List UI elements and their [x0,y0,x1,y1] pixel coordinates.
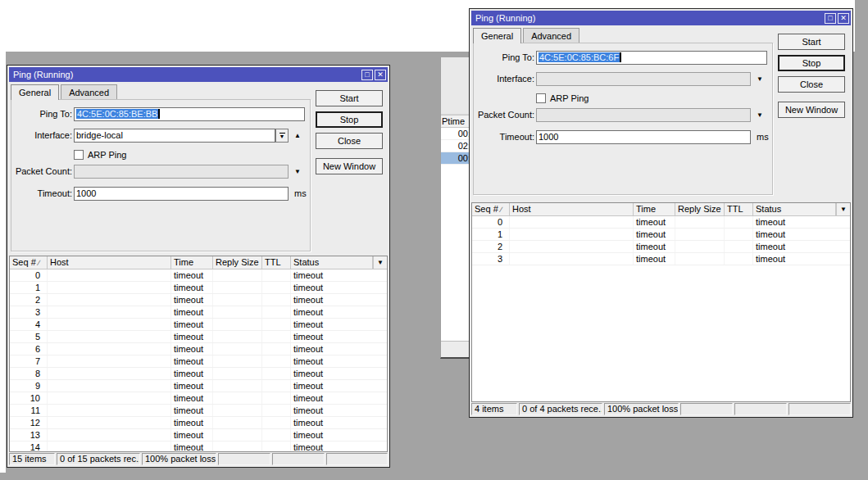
tab-advanced[interactable]: Advanced [523,28,579,43]
column-header-time[interactable]: Time [171,256,213,269]
titlebar[interactable]: Ping (Running) □ ✕ [9,67,388,82]
column-header-status[interactable]: Status [291,256,373,269]
start-button[interactable]: Start [778,34,845,50]
table-row[interactable]: 02: [441,140,471,152]
interface-dropdown-icon[interactable]: ▼ [757,72,763,86]
new-window-button[interactable]: New Window [778,102,845,118]
table-cell: timeout [634,216,675,228]
close-icon[interactable]: ✕ [838,13,849,24]
arp-ping-checkbox[interactable] [74,150,84,160]
table-cell [48,269,171,281]
close-button[interactable]: Close [778,76,845,93]
table-cell [262,319,291,330]
column-header-time[interactable]: Time [634,203,675,215]
table-row[interactable]: 12timeouttimeout [10,417,387,429]
table-cell: timeout [171,306,213,318]
background-window-sliver[interactable]: Ptime 00:02:00: [440,57,471,359]
timeout-label: Timeout: [11,187,72,201]
table-row[interactable]: 6timeouttimeout [10,343,387,355]
table-row[interactable]: 11timeouttimeout [10,405,387,417]
tab-general[interactable]: General [11,84,59,100]
table-row[interactable]: 8timeouttimeout [10,368,387,380]
column-header-reply-size[interactable]: Reply Size [675,203,725,215]
table-row[interactable]: 1timeouttimeout [472,229,850,241]
table-cell [48,343,171,355]
table-cell [48,306,171,318]
table-row[interactable]: 5timeouttimeout [10,331,387,343]
collapse-up-icon[interactable]: ▲ [294,129,301,143]
text-caret [620,52,621,62]
table-row[interactable]: 7timeouttimeout [10,355,387,368]
sort-asc-icon: ∕ [39,259,40,267]
table-row[interactable]: 00: [441,128,471,140]
start-button[interactable]: Start [316,90,383,106]
packet-count-dropdown-icon[interactable]: ▼ [757,108,763,122]
table-cell: timeout [171,355,213,367]
titlebar[interactable]: Ping (Running) □ ✕ [471,11,851,25]
maximize-icon[interactable]: □ [361,70,373,80]
packet-count-input[interactable] [536,108,751,122]
interface-dropdown-button[interactable]: ▼ [275,129,289,143]
column-header-seq[interactable]: Seq #∕ [472,203,510,215]
table-cell [48,380,171,392]
column-header-host[interactable]: Host [510,203,634,215]
timeout-input[interactable]: 1000 [74,187,289,201]
interface-input[interactable] [536,72,751,86]
column-header-status[interactable]: Status [753,203,836,215]
background-window-ptime-header[interactable]: Ptime [441,115,471,128]
table-cell: timeout [291,405,387,416]
table-cell [725,241,753,252]
table-cell [213,294,262,306]
close-button[interactable]: Close [316,133,383,149]
tab-advanced[interactable]: Advanced [61,84,117,99]
table-row[interactable]: 2timeouttimeout [472,241,850,253]
table-row[interactable]: 14timeouttimeout [10,442,387,451]
table-cell [48,417,171,428]
timeout-unit-label: ms [294,187,307,201]
new-window-button[interactable]: New Window [316,158,383,174]
tab-general[interactable]: General [473,28,521,43]
column-header-ttl[interactable]: TTL [262,256,291,269]
desktop: { "colors": { "title_bar": "#4c52bc", "s… [0,0,868,480]
table-cell [48,392,171,404]
table-row[interactable]: 3timeouttimeout [10,306,387,319]
status-items-count: 15 items [9,453,55,465]
column-header-host[interactable]: Host [48,256,171,269]
packet-count-dropdown-icon[interactable]: ▼ [294,165,301,179]
ping-to-selected-text: 4C:5E:0C:85:BE:BB [76,109,158,119]
table-row[interactable]: 10timeouttimeout [10,392,387,405]
table-row[interactable]: 9timeouttimeout [10,380,387,392]
arp-ping-checkbox[interactable] [536,93,546,103]
table-cell: timeout [291,355,387,367]
table-cell: timeout [753,241,850,252]
stop-button[interactable]: Stop [316,111,383,128]
table-cell: 02: [441,140,471,152]
table-cell [510,216,634,228]
background-window-toolbar-area [441,57,471,115]
packet-count-input[interactable] [74,165,289,179]
interface-input[interactable]: bridge-local [74,129,275,143]
table-row[interactable]: 00: [441,152,471,165]
table-cell: 0 [10,269,48,281]
table-row[interactable]: 2timeouttimeout [10,294,387,306]
column-select-dropdown-icon[interactable]: ▼ [373,256,387,269]
column-header-seq[interactable]: Seq #∕ [10,256,48,269]
table-cell: 8 [10,368,48,379]
timeout-input[interactable]: 1000 [536,130,751,144]
maximize-icon[interactable]: □ [825,13,836,24]
table-row[interactable]: 4timeouttimeout [10,319,387,331]
ping-to-input[interactable]: 4C:5E:0C:85:BE:BB [74,107,305,121]
table-row[interactable]: 1timeouttimeout [10,282,387,294]
stop-button[interactable]: Stop [778,55,845,71]
table-row[interactable]: 0timeouttimeout [472,216,850,229]
column-header-ttl[interactable]: TTL [725,203,753,215]
table-cell: timeout [291,294,387,306]
close-icon[interactable]: ✕ [375,70,386,80]
table-row[interactable]: 0timeouttimeout [10,269,387,282]
table-row[interactable]: 13timeouttimeout [10,429,387,442]
table-row[interactable]: 3timeouttimeout [472,253,850,265]
ping-to-input[interactable]: 4C:5E:0C:85:BC:6F [536,51,767,65]
column-select-dropdown-icon[interactable]: ▼ [836,203,850,215]
column-header-reply-size[interactable]: Reply Size [213,256,262,269]
arp-ping-label: ARP Ping [550,92,589,106]
